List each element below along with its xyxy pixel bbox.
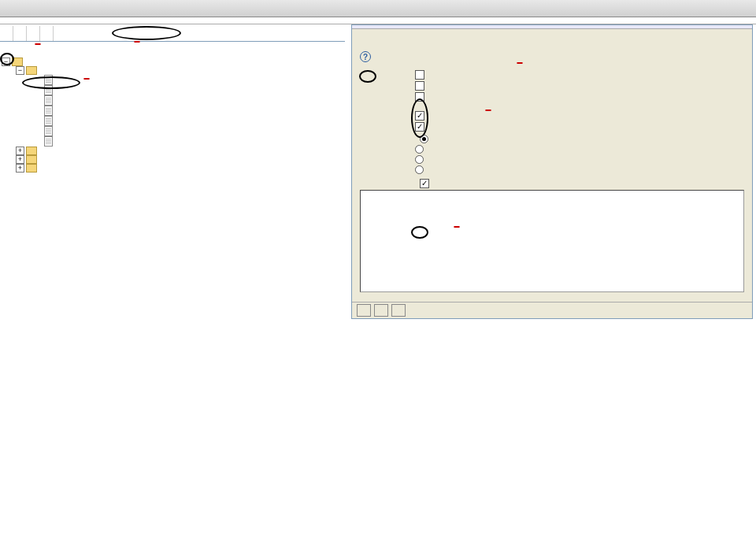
- folder-icon: [26, 155, 37, 164]
- checkbox-overdue[interactable]: [415, 81, 424, 91]
- save-options-button[interactable]: [391, 304, 406, 317]
- right-screenshot: ?: [351, 24, 753, 319]
- plus-icon[interactable]: +: [16, 164, 24, 173]
- callout-note1: [517, 62, 523, 64]
- oval-annotation: [112, 26, 181, 40]
- callout-steg5: [454, 226, 460, 228]
- callout-steg1: [134, 41, 140, 43]
- plus-icon[interactable]: +: [16, 147, 24, 155]
- tab-allbydoctype[interactable]: [27, 26, 40, 41]
- oval-annotation: [411, 98, 428, 138]
- folder-icon: [26, 164, 37, 173]
- button-bar: [352, 302, 752, 318]
- header-bar: [0, 0, 756, 17]
- page-icon: [44, 136, 53, 147]
- tab-todo[interactable]: [0, 26, 13, 41]
- callout-steg3: [83, 78, 90, 80]
- instructions: [0, 319, 756, 335]
- tab-search[interactable]: [40, 26, 54, 41]
- oval-annotation: [22, 76, 80, 89]
- callout-steg2: [35, 43, 41, 45]
- reset-button[interactable]: [374, 304, 388, 317]
- minus-icon[interactable]: −: [16, 66, 24, 75]
- checkbox-showall[interactable]: [415, 70, 424, 80]
- radio-date2[interactable]: [415, 145, 424, 154]
- radio-date4[interactable]: [415, 165, 424, 174]
- page-icon: [44, 126, 53, 136]
- tree-view: − − + + +: [0, 54, 345, 176]
- page-icon: [44, 116, 53, 126]
- checkbox-allcats[interactable]: [420, 179, 429, 188]
- radio-date3[interactable]: [415, 155, 424, 164]
- oval-annotation: [411, 226, 428, 239]
- folder-icon: [26, 66, 37, 75]
- plus-icon[interactable]: +: [16, 155, 24, 164]
- apply-button[interactable]: [357, 304, 371, 317]
- tab-showall[interactable]: [13, 26, 27, 41]
- oval-annotation: [359, 70, 376, 83]
- left-screenshot: − − + + +: [0, 24, 345, 319]
- oval-annotation: [0, 53, 14, 65]
- page-subtitle: [0, 17, 756, 24]
- callout-steg4: [485, 109, 491, 111]
- help-icon: ?: [360, 51, 371, 62]
- page-icon: [44, 106, 53, 116]
- page-icon: [44, 95, 53, 106]
- category-listbox[interactable]: [360, 190, 744, 292]
- folder-icon: [26, 147, 37, 155]
